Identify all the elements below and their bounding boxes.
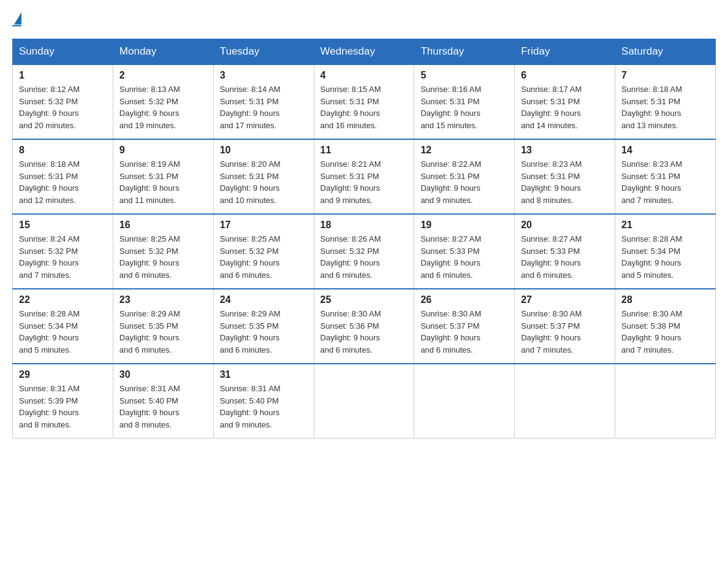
calendar-cell: 23 Sunrise: 8:29 AMSunset: 5:35 PMDaylig…: [113, 289, 213, 364]
day-info: Sunrise: 8:19 AMSunset: 5:31 PMDaylight:…: [119, 159, 180, 205]
day-number: 18: [320, 220, 408, 231]
day-info: Sunrise: 8:29 AMSunset: 5:35 PMDaylight:…: [220, 309, 281, 354]
day-info: Sunrise: 8:27 AMSunset: 5:33 PMDaylight:…: [420, 234, 481, 280]
day-info: Sunrise: 8:25 AMSunset: 5:32 PMDaylight:…: [119, 234, 180, 280]
calendar-cell: 14 Sunrise: 8:23 AMSunset: 5:31 PMDaylig…: [615, 139, 716, 214]
day-info: Sunrise: 8:23 AMSunset: 5:31 PMDaylight:…: [621, 159, 682, 205]
day-info: Sunrise: 8:15 AMSunset: 5:31 PMDaylight:…: [320, 85, 381, 130]
calendar-cell: 18 Sunrise: 8:26 AMSunset: 5:32 PMDaylig…: [314, 214, 414, 289]
week-row-5: 29 Sunrise: 8:31 AMSunset: 5:39 PMDaylig…: [13, 364, 716, 439]
logo: [12, 12, 21, 26]
week-row-3: 15 Sunrise: 8:24 AMSunset: 5:32 PMDaylig…: [13, 214, 716, 289]
calendar-cell: 3 Sunrise: 8:14 AMSunset: 5:31 PMDayligh…: [213, 64, 314, 139]
day-info: Sunrise: 8:31 AMSunset: 5:40 PMDaylight:…: [220, 384, 281, 429]
day-info: Sunrise: 8:28 AMSunset: 5:34 PMDaylight:…: [19, 309, 80, 354]
day-number: 28: [621, 294, 709, 305]
weekday-header-thursday: Thursday: [414, 39, 515, 65]
calendar-cell: 22 Sunrise: 8:28 AMSunset: 5:34 PMDaylig…: [13, 289, 113, 364]
day-info: Sunrise: 8:28 AMSunset: 5:34 PMDaylight:…: [621, 234, 682, 280]
calendar-cell: 19 Sunrise: 8:27 AMSunset: 5:33 PMDaylig…: [414, 214, 515, 289]
calendar-cell: 15 Sunrise: 8:24 AMSunset: 5:32 PMDaylig…: [13, 214, 113, 289]
weekday-header-wednesday: Wednesday: [314, 39, 414, 65]
day-number: 9: [119, 145, 207, 156]
weekday-header-monday: Monday: [113, 39, 213, 65]
day-number: 21: [621, 220, 709, 231]
calendar-cell: 20 Sunrise: 8:27 AMSunset: 5:33 PMDaylig…: [515, 214, 615, 289]
day-number: 25: [320, 294, 408, 305]
day-info: Sunrise: 8:23 AMSunset: 5:31 PMDaylight:…: [521, 159, 582, 205]
day-number: 1: [19, 70, 107, 81]
day-number: 2: [119, 70, 207, 81]
day-info: Sunrise: 8:21 AMSunset: 5:31 PMDaylight:…: [320, 159, 381, 205]
day-info: Sunrise: 8:24 AMSunset: 5:32 PMDaylight:…: [19, 234, 80, 280]
calendar-cell: 8 Sunrise: 8:18 AMSunset: 5:31 PMDayligh…: [13, 139, 113, 214]
calendar-cell: 7 Sunrise: 8:18 AMSunset: 5:31 PMDayligh…: [615, 64, 716, 139]
day-number: 15: [19, 220, 107, 231]
day-info: Sunrise: 8:30 AMSunset: 5:38 PMDaylight:…: [621, 309, 682, 354]
day-info: Sunrise: 8:18 AMSunset: 5:31 PMDaylight:…: [19, 159, 80, 205]
logo-underline: [12, 25, 21, 26]
weekday-header-tuesday: Tuesday: [213, 39, 314, 65]
calendar-table: SundayMondayTuesdayWednesdayThursdayFrid…: [12, 39, 716, 439]
day-info: Sunrise: 8:31 AMSunset: 5:39 PMDaylight:…: [19, 384, 80, 429]
day-number: 3: [220, 70, 308, 81]
calendar-cell: 1 Sunrise: 8:12 AMSunset: 5:32 PMDayligh…: [13, 64, 113, 139]
day-number: 7: [621, 70, 709, 81]
day-info: Sunrise: 8:30 AMSunset: 5:37 PMDaylight:…: [521, 309, 582, 354]
calendar-cell: 26 Sunrise: 8:30 AMSunset: 5:37 PMDaylig…: [414, 289, 515, 364]
calendar-cell: 4 Sunrise: 8:15 AMSunset: 5:31 PMDayligh…: [314, 64, 414, 139]
day-number: 20: [521, 220, 609, 231]
day-number: 29: [19, 369, 107, 380]
day-number: 16: [119, 220, 207, 231]
day-number: 31: [220, 369, 308, 380]
week-row-4: 22 Sunrise: 8:28 AMSunset: 5:34 PMDaylig…: [13, 289, 716, 364]
calendar-cell: 9 Sunrise: 8:19 AMSunset: 5:31 PMDayligh…: [113, 139, 213, 214]
weekday-header-friday: Friday: [515, 39, 615, 65]
calendar-cell: 28 Sunrise: 8:30 AMSunset: 5:38 PMDaylig…: [615, 289, 716, 364]
calendar-cell: [515, 364, 615, 439]
day-number: 11: [320, 145, 408, 156]
calendar-cell: 6 Sunrise: 8:17 AMSunset: 5:31 PMDayligh…: [515, 64, 615, 139]
day-number: 17: [220, 220, 308, 231]
day-number: 23: [119, 294, 207, 305]
day-info: Sunrise: 8:14 AMSunset: 5:31 PMDaylight:…: [220, 85, 281, 130]
day-number: 19: [420, 220, 508, 231]
day-info: Sunrise: 8:31 AMSunset: 5:40 PMDaylight:…: [119, 384, 180, 429]
calendar-cell: 25 Sunrise: 8:30 AMSunset: 5:36 PMDaylig…: [314, 289, 414, 364]
calendar-cell: 27 Sunrise: 8:30 AMSunset: 5:37 PMDaylig…: [515, 289, 615, 364]
day-number: 8: [19, 145, 107, 156]
calendar-cell: 24 Sunrise: 8:29 AMSunset: 5:35 PMDaylig…: [213, 289, 314, 364]
calendar-cell: 11 Sunrise: 8:21 AMSunset: 5:31 PMDaylig…: [314, 139, 414, 214]
day-number: 26: [420, 294, 508, 305]
weekday-header-row: SundayMondayTuesdayWednesdayThursdayFrid…: [13, 39, 716, 65]
calendar-cell: 29 Sunrise: 8:31 AMSunset: 5:39 PMDaylig…: [13, 364, 113, 439]
header: [12, 12, 716, 26]
day-number: 13: [521, 145, 609, 156]
day-info: Sunrise: 8:13 AMSunset: 5:32 PMDaylight:…: [119, 85, 180, 130]
calendar-cell: 10 Sunrise: 8:20 AMSunset: 5:31 PMDaylig…: [213, 139, 314, 214]
day-number: 27: [521, 294, 609, 305]
day-number: 30: [119, 369, 207, 380]
day-info: Sunrise: 8:17 AMSunset: 5:31 PMDaylight:…: [521, 85, 582, 130]
calendar-cell: 12 Sunrise: 8:22 AMSunset: 5:31 PMDaylig…: [414, 139, 515, 214]
day-number: 12: [420, 145, 508, 156]
day-info: Sunrise: 8:12 AMSunset: 5:32 PMDaylight:…: [19, 85, 80, 130]
day-info: Sunrise: 8:18 AMSunset: 5:31 PMDaylight:…: [621, 85, 682, 130]
day-info: Sunrise: 8:30 AMSunset: 5:36 PMDaylight:…: [320, 309, 381, 354]
week-row-2: 8 Sunrise: 8:18 AMSunset: 5:31 PMDayligh…: [13, 139, 716, 214]
calendar-cell: 31 Sunrise: 8:31 AMSunset: 5:40 PMDaylig…: [213, 364, 314, 439]
calendar-cell: [615, 364, 716, 439]
day-number: 6: [521, 70, 609, 81]
day-info: Sunrise: 8:26 AMSunset: 5:32 PMDaylight:…: [320, 234, 381, 280]
day-number: 10: [220, 145, 308, 156]
calendar-cell: [314, 364, 414, 439]
day-info: Sunrise: 8:22 AMSunset: 5:31 PMDaylight:…: [420, 159, 481, 205]
day-info: Sunrise: 8:30 AMSunset: 5:37 PMDaylight:…: [420, 309, 481, 354]
day-info: Sunrise: 8:20 AMSunset: 5:31 PMDaylight:…: [220, 159, 281, 205]
day-info: Sunrise: 8:25 AMSunset: 5:32 PMDaylight:…: [220, 234, 281, 280]
weekday-header-saturday: Saturday: [615, 39, 716, 65]
day-number: 24: [220, 294, 308, 305]
calendar-cell: 17 Sunrise: 8:25 AMSunset: 5:32 PMDaylig…: [213, 214, 314, 289]
day-number: 5: [420, 70, 508, 81]
calendar-cell: 16 Sunrise: 8:25 AMSunset: 5:32 PMDaylig…: [113, 214, 213, 289]
